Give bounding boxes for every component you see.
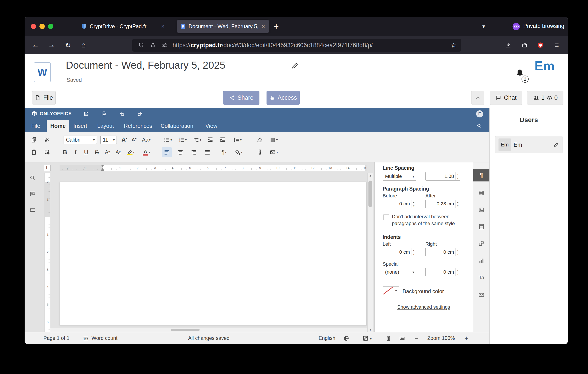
line-spacing-select[interactable]: Multiple xyxy=(383,172,416,181)
downloads-button[interactable] xyxy=(502,36,514,54)
vertical-scroll-thumb[interactable] xyxy=(368,181,372,207)
permissions-sliders-icon[interactable] xyxy=(161,42,168,48)
textart-settings-tab[interactable]: Ta xyxy=(473,271,490,284)
image-settings-tab[interactable] xyxy=(473,204,490,216)
decrease-font-button[interactable]: A▾ xyxy=(129,135,139,145)
paragraph-color-button[interactable] xyxy=(267,135,280,145)
superscript-button[interactable]: A2 xyxy=(103,147,112,157)
cut-button[interactable] xyxy=(42,135,52,145)
document-page[interactable] xyxy=(60,182,367,326)
align-center-button[interactable] xyxy=(176,147,185,157)
track-changes-button[interactable] xyxy=(362,332,372,344)
show-advanced-settings-link[interactable]: Show advanced settings xyxy=(397,304,450,310)
comments-sidebar-button[interactable] xyxy=(28,189,37,199)
tab-cryptdrive[interactable]: CryptDrive - CryptPad.fr × xyxy=(78,20,168,33)
no-interval-checkbox[interactable] xyxy=(384,214,389,220)
quick-save-button[interactable] xyxy=(81,109,91,118)
bullets-button[interactable] xyxy=(161,135,174,145)
indent-left-spinner[interactable]: 0 cm▴▾ xyxy=(383,248,416,256)
increase-indent-button[interactable] xyxy=(218,135,228,145)
chat-button[interactable]: Chat xyxy=(490,91,522,105)
increase-font-button[interactable]: A▴ xyxy=(119,135,129,145)
indent-right-spinner[interactable]: 0 cm▴▾ xyxy=(425,248,460,256)
align-right-button[interactable] xyxy=(189,147,199,157)
zoom-level[interactable]: Zoom 100% xyxy=(427,332,455,344)
share-button[interactable]: Share xyxy=(223,91,259,105)
rename-pencil-icon[interactable] xyxy=(291,62,299,69)
lock-icon[interactable] xyxy=(150,42,156,48)
menu-view[interactable]: View xyxy=(202,120,221,132)
font-size-select[interactable]: 11 xyxy=(100,135,117,144)
editor-user-avatar[interactable]: E xyxy=(476,110,483,117)
menu-insert[interactable]: Insert xyxy=(70,120,91,132)
zoom-in-button[interactable]: + xyxy=(464,332,468,344)
clear-style-button[interactable] xyxy=(255,135,265,145)
bookmark-star-icon[interactable]: ☆ xyxy=(451,42,457,49)
home-button[interactable]: ⌂ xyxy=(77,36,90,54)
subscript-button[interactable]: A2 xyxy=(113,147,123,157)
extensions-puzzle-button[interactable] xyxy=(518,36,531,54)
underline-button[interactable]: U xyxy=(81,147,91,157)
tab-close-icon[interactable]: × xyxy=(261,23,266,30)
fit-width-button[interactable] xyxy=(399,332,405,344)
special-amount-spinner[interactable]: 0 cm▴▾ xyxy=(425,268,460,276)
mail-merge-button[interactable] xyxy=(267,147,280,157)
scroll-up-arrow[interactable]: ▴ xyxy=(368,174,373,177)
highlight-color-button[interactable] xyxy=(125,147,137,157)
menu-home[interactable]: Home xyxy=(47,120,69,132)
tab-stop-selector[interactable]: L xyxy=(44,165,51,171)
access-button[interactable]: Access xyxy=(266,91,300,105)
background-color-dropdown[interactable]: ▾ xyxy=(393,287,399,295)
copy-style-button[interactable] xyxy=(255,147,265,157)
paragraph-shading-button[interactable] xyxy=(232,147,245,157)
special-select[interactable]: (none) xyxy=(383,268,416,276)
justify-button[interactable] xyxy=(202,147,212,157)
find-sidebar-button[interactable] xyxy=(28,173,37,183)
list-tabs-chevron-icon[interactable]: ▾ xyxy=(477,20,490,33)
tracking-shield-icon[interactable] xyxy=(138,42,144,48)
back-button[interactable]: ← xyxy=(29,36,42,54)
headerfooter-settings-tab[interactable] xyxy=(473,220,490,233)
background-color-swatch[interactable] xyxy=(383,287,393,295)
italic-button[interactable]: I xyxy=(71,147,80,157)
hanging-indent-marker[interactable] xyxy=(101,168,104,170)
first-line-indent-marker[interactable] xyxy=(101,165,104,167)
window-minimize-button[interactable] xyxy=(40,24,45,29)
file-button[interactable]: File xyxy=(32,91,56,105)
spacing-after-spinner[interactable]: 0.28 cm▴▾ xyxy=(425,200,460,208)
bold-button[interactable]: B xyxy=(60,147,70,157)
horizontal-scroll-thumb[interactable] xyxy=(171,329,200,331)
line-spacing-button[interactable] xyxy=(231,135,244,145)
collapse-toolbar-button[interactable] xyxy=(471,91,484,105)
navigation-sidebar-button[interactable] xyxy=(28,205,37,215)
new-tab-button[interactable]: + xyxy=(270,20,283,33)
paste-button[interactable] xyxy=(29,147,39,157)
chart-settings-tab[interactable] xyxy=(473,255,490,267)
change-case-button[interactable]: Aa xyxy=(140,135,153,145)
spellcheck-globe-button[interactable] xyxy=(343,332,349,344)
vertical-scrollbar[interactable]: ▴ ▾ xyxy=(367,173,373,332)
multilevel-list-button[interactable] xyxy=(191,135,204,145)
undo-button[interactable] xyxy=(117,109,127,118)
vertical-ruler[interactable]: 21123456 xyxy=(44,173,50,332)
paragraph-settings-tab[interactable]: ¶ xyxy=(473,169,490,181)
menu-layout[interactable]: Layout xyxy=(94,120,117,132)
numbering-button[interactable]: 123 xyxy=(176,135,189,145)
left-indent-marker[interactable] xyxy=(101,170,104,171)
edit-name-pencil-icon[interactable] xyxy=(553,142,559,148)
hamburger-menu-button[interactable]: ≡ xyxy=(551,36,563,54)
nonprinting-characters-button[interactable]: ¶ xyxy=(218,147,230,157)
horizontal-scrollbar[interactable] xyxy=(50,328,367,332)
line-spacing-amount-spinner[interactable]: 1.08▴▾ xyxy=(425,172,460,181)
language-select[interactable]: English xyxy=(319,332,335,344)
select-all-button[interactable] xyxy=(42,147,52,157)
font-color-button[interactable]: A xyxy=(140,147,153,157)
copy-button[interactable] xyxy=(29,135,39,145)
shape-settings-tab[interactable] xyxy=(473,237,490,250)
mailmerge-settings-tab[interactable] xyxy=(473,289,490,301)
participants-button[interactable]: 1 0 xyxy=(527,91,563,105)
search-button[interactable] xyxy=(474,121,484,130)
window-close-button[interactable] xyxy=(31,24,36,29)
menu-references[interactable]: References xyxy=(120,120,156,132)
horizontal-ruler[interactable]: 21123456789101112131415 xyxy=(60,165,367,171)
